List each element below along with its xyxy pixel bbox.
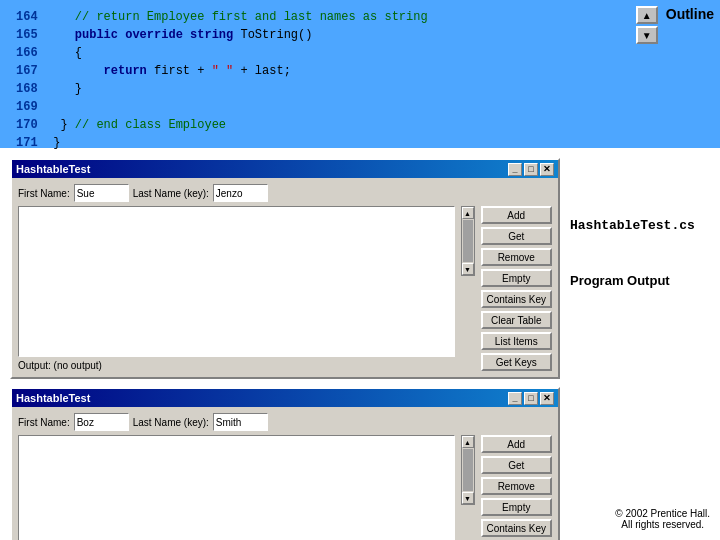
program-output-label: Program Output [570,273,710,288]
window-1-close[interactable]: ✕ [540,163,554,176]
copyright-line2: All rights reserved. [615,519,710,530]
right-labels: HashtableTest.cs Program Output [570,158,710,540]
window-1-title: HashtableTest [16,163,90,175]
window-1-last-name-label: Last Name (key): [133,188,209,199]
window-1-first-name-label: First Name: [18,188,70,199]
window-2-content: Output: ob.Smith ▲ ▼ Add Get Remove Empt… [18,435,552,540]
window-1-add-button[interactable]: Add [481,206,552,224]
window-1-clear-table-button[interactable]: Clear Table [481,311,552,329]
window-2-scrollbar[interactable]: ▲ ▼ [461,435,475,505]
window-2-buttons: Add Get Remove Empty Contains Key Clear … [481,435,552,540]
window-2-get-button[interactable]: Get [481,456,552,474]
window-1-contains-key-button[interactable]: Contains Key [481,290,552,308]
window-1-list[interactable] [18,206,455,357]
window-1-name-row: First Name: Last Name (key): [18,184,552,202]
window-2-empty-button[interactable]: Empty [481,498,552,516]
main-content: HashtableTest _ □ ✕ First Name: Last Nam… [0,148,720,540]
window-1-scrollbar[interactable]: ▲ ▼ [461,206,475,276]
window-2-last-name-label: Last Name (key): [133,417,209,428]
window-1-scroll-down[interactable]: ▼ [462,263,474,275]
window-2-first-name-label: First Name: [18,417,70,428]
window-2-remove-button[interactable]: Remove [481,477,552,495]
window-1-get-button[interactable]: Get [481,227,552,245]
window-2-last-name-input[interactable] [213,413,268,431]
window-1-first-name-input[interactable] [74,184,129,202]
window-2-add-button[interactable]: Add [481,435,552,453]
window-1-body: First Name: Last Name (key): Output: (no… [12,178,558,377]
outline-label: Outline [666,6,714,22]
hashtable-label: HashtableTest.cs [570,218,710,233]
window-1-titlebar-buttons: _ □ ✕ [508,163,554,176]
code-area: 164 // return Employee first and last na… [0,0,720,148]
window-1-titlebar: HashtableTest _ □ ✕ [12,160,558,178]
outline-up-button[interactable]: ▲ [636,6,658,24]
window-2-contains-key-button[interactable]: Contains Key [481,519,552,537]
window-2-title: HashtableTest [16,392,90,404]
window-2-close[interactable]: ✕ [540,392,554,405]
window-2-maximize[interactable]: □ [524,392,538,405]
nav-buttons: ▲ ▼ [636,6,658,44]
window-1-content: Output: (no output) ▲ ▼ Add Get Remove E… [18,206,552,371]
window-1-last-name-input[interactable] [213,184,268,202]
window-1: HashtableTest _ □ ✕ First Name: Last Nam… [10,158,560,379]
window-2-scroll-up[interactable]: ▲ [462,436,474,448]
windows-area: HashtableTest _ □ ✕ First Name: Last Nam… [10,158,560,540]
window-1-status: Output: (no output) [18,360,455,371]
window-1-scroll-up[interactable]: ▲ [462,207,474,219]
window-1-buttons: Add Get Remove Empty Contains Key Clear … [481,206,552,371]
window-2-body: First Name: Last Name (key): Output: ob.… [12,407,558,540]
window-2-list[interactable] [18,435,455,540]
window-1-get-keys-button[interactable]: Get Keys [481,353,552,371]
window-1-list-items-button[interactable]: List Items [481,332,552,350]
window-1-minimize[interactable]: _ [508,163,522,176]
window-2-titlebar-buttons: _ □ ✕ [508,392,554,405]
window-2-minimize[interactable]: _ [508,392,522,405]
outline-down-button[interactable]: ▼ [636,26,658,44]
outline-area: ▲ ▼ Outline [636,6,714,44]
window-2-first-name-input[interactable] [74,413,129,431]
window-1-maximize[interactable]: □ [524,163,538,176]
code-block: 164 // return Employee first and last na… [16,8,704,152]
window-1-empty-button[interactable]: Empty [481,269,552,287]
window-2-titlebar: HashtableTest _ □ ✕ [12,389,558,407]
window-1-remove-button[interactable]: Remove [481,248,552,266]
window-2: HashtableTest _ □ ✕ First Name: Last Nam… [10,387,560,540]
window-2-scroll-down[interactable]: ▼ [462,492,474,504]
copyright-line1: © 2002 Prentice Hall. [615,508,710,519]
window-2-name-row: First Name: Last Name (key): [18,413,552,431]
copyright-area: © 2002 Prentice Hall. All rights reserve… [615,508,710,530]
